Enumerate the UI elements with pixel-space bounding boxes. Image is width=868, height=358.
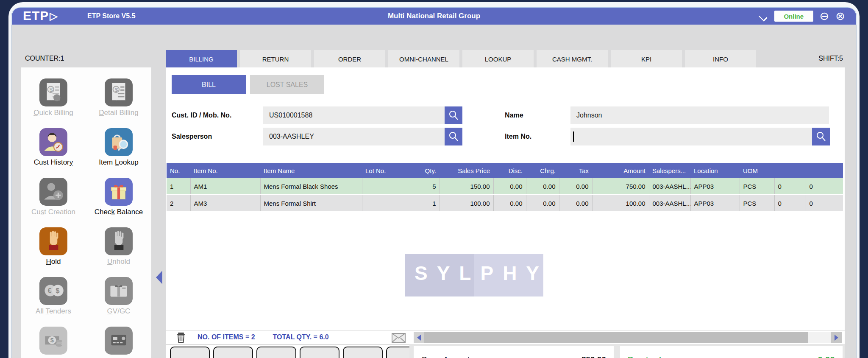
search-icon bbox=[448, 110, 459, 121]
scroll-right-arrow[interactable] bbox=[831, 332, 842, 343]
sidebar-action-panel: $ Quick Billing $ Detail Billing Cust Hi… bbox=[21, 67, 151, 358]
item-no-search-button[interactable] bbox=[812, 128, 830, 145]
table-row[interactable]: 2 AM3 Mens Formal Shirt 1 100.00 0.00 0.… bbox=[167, 195, 843, 212]
tab-billing[interactable]: BILLING bbox=[166, 50, 237, 68]
salesperson-search-button[interactable] bbox=[445, 128, 462, 145]
cust-id-search-button[interactable] bbox=[445, 106, 462, 124]
tab-cash-mgmt[interactable]: CASH MGMT. bbox=[537, 50, 608, 68]
total-qty-text: TOTAL QTY. = 6.0 bbox=[273, 333, 329, 341]
sidebar-item-item-lookup[interactable]: Item Lookup bbox=[86, 128, 151, 178]
billing-panel: BILL LOST SALES Cust. ID / Mob. No. US01… bbox=[166, 67, 845, 358]
salesperson-label: Salesperson bbox=[172, 128, 212, 145]
quick-billing-icon: $ bbox=[39, 78, 67, 106]
sidebar-item-label: Item Lookup bbox=[99, 158, 139, 167]
sidebar-item-gv-gc: GV/GC bbox=[86, 277, 151, 327]
col-qty: Qty. bbox=[413, 163, 440, 178]
col-extra-1 bbox=[774, 163, 806, 178]
sidebar-item-label: Cust Creation bbox=[31, 208, 75, 216]
item-no-input[interactable] bbox=[570, 128, 812, 145]
tab-lookup[interactable]: LOOKUP bbox=[462, 50, 534, 68]
col-lot-no: Lot No. bbox=[362, 163, 413, 178]
quick-item-button[interactable]: Broccoli bbox=[256, 347, 296, 358]
scrollbar-thumb[interactable] bbox=[424, 332, 808, 343]
tab-omni-channel[interactable]: OMNI-CHANNEL bbox=[388, 50, 459, 68]
name-label: Name bbox=[505, 106, 523, 124]
scroll-left-arrow[interactable] bbox=[414, 332, 424, 343]
svg-text:€: € bbox=[48, 287, 52, 294]
summary-bar: NO. OF ITEMS = 2TOTAL QTY. = 6.0 bbox=[166, 330, 845, 345]
sidebar-item-label: Quick Billing bbox=[33, 109, 73, 117]
delete-item-icon[interactable] bbox=[176, 333, 186, 344]
sylphy-watermark: SYLPHY bbox=[405, 254, 543, 296]
sidebar-item-all-tenders: €$ All Tenders bbox=[21, 277, 86, 327]
svg-text:$: $ bbox=[50, 337, 54, 344]
chevron-down-icon[interactable] bbox=[759, 14, 768, 19]
col-location: Location bbox=[690, 163, 740, 178]
table-row[interactable]: 1 AM1 Mens Formal Black Shoes 5 150.00 0… bbox=[167, 178, 843, 195]
sidebar-item-label: Hold bbox=[46, 257, 61, 266]
text-cursor bbox=[573, 131, 574, 142]
lost-sales-mode-button[interactable]: LOST SALES bbox=[250, 75, 324, 94]
sidebar-item-label: GV/GC bbox=[107, 307, 131, 316]
sidebar-item-detail-billing: $ Detail Billing bbox=[86, 78, 151, 128]
col-item-no: Item No. bbox=[190, 163, 260, 178]
summary-text: NO. OF ITEMS = 2TOTAL QTY. = 6.0 bbox=[198, 333, 347, 341]
gross-amount-value: 850.00 bbox=[581, 346, 606, 358]
minimize-button[interactable]: ⊖ bbox=[820, 11, 829, 22]
table-header-row: No. Item No. Item Name Lot No. Qty. Sale… bbox=[167, 163, 843, 178]
bill-mode-button[interactable]: BILL bbox=[172, 75, 246, 94]
hold-icon bbox=[39, 227, 67, 255]
gift-voucher-icon bbox=[105, 277, 133, 305]
quick-item-button[interactable]: Pink_4.6 bbox=[300, 347, 339, 358]
app-body: COUNTER:1 SHIFT:5 BILLING RETURN ORDER O… bbox=[11, 25, 857, 358]
received-panel: Received 0.00 bbox=[620, 346, 843, 358]
received-value: 0.00 bbox=[818, 346, 835, 358]
name-input[interactable]: Johnson bbox=[570, 106, 829, 124]
quick-item-button[interactable]: Mens For bbox=[170, 347, 210, 358]
col-no: No. bbox=[167, 163, 190, 178]
watermark-text: SYLPHY bbox=[405, 262, 543, 285]
pos-screen: { "colors": { "frame_navy": "#1d2a4c", "… bbox=[0, 0, 868, 358]
sidebar-item-cust-history[interactable]: Cust History bbox=[21, 128, 86, 178]
sidebar-item-label: Check Balance bbox=[95, 208, 143, 216]
quick-item-buttons: Mens For Broccoli Broccoli Pink_4.6 Pink… bbox=[170, 347, 426, 358]
window-controls: Online ⊖ ⊗ bbox=[759, 8, 845, 25]
svg-text:$: $ bbox=[115, 87, 118, 93]
sidebar-collapse-arrow[interactable] bbox=[156, 271, 162, 284]
horizontal-scrollbar[interactable] bbox=[414, 332, 842, 343]
search-icon bbox=[815, 131, 826, 142]
totals-zone: Gross Amount 850.00 Received 0.00 bbox=[409, 344, 845, 358]
tab-info[interactable]: INFO bbox=[685, 50, 756, 68]
tab-kpi[interactable]: KPI bbox=[611, 50, 682, 68]
col-salesperson: Salespers... bbox=[649, 163, 690, 178]
item-no-label: Item No. bbox=[505, 128, 531, 145]
quick-item-button[interactable]: Pink_12o bbox=[343, 347, 383, 358]
tab-order[interactable]: ORDER bbox=[314, 50, 385, 68]
sidebar-item-hold[interactable]: Hold bbox=[21, 227, 86, 277]
quick-item-button[interactable]: Broccoli bbox=[213, 347, 253, 358]
sidebar-item-label: Cust History bbox=[34, 158, 73, 167]
all-tenders-icon: €$ bbox=[39, 277, 67, 305]
title-bar: ETP ▷ ETP Store V5.5 Multi National Reta… bbox=[12, 8, 856, 25]
col-extra-2 bbox=[806, 163, 843, 178]
sidebar-item-label: Detail Billing bbox=[99, 109, 139, 117]
sidebar-item-unhold: Unhold bbox=[86, 227, 151, 277]
cust-id-input[interactable]: US010001588 bbox=[263, 106, 445, 124]
sidebar-item-credit-card: Credit Card bbox=[86, 327, 151, 358]
col-amount: Amount bbox=[592, 163, 649, 178]
gross-amount-panel: Gross Amount 850.00 bbox=[414, 346, 614, 358]
online-status-button[interactable]: Online bbox=[774, 11, 813, 22]
email-icon[interactable] bbox=[392, 333, 406, 344]
tab-return[interactable]: RETURN bbox=[240, 50, 311, 68]
cust-history-icon bbox=[39, 128, 67, 156]
received-label: Received bbox=[628, 346, 661, 358]
svg-text:$: $ bbox=[50, 87, 53, 93]
col-chrg: Chrg. bbox=[526, 163, 559, 178]
close-button[interactable]: ⊗ bbox=[835, 11, 845, 22]
cash-icon: $ bbox=[39, 327, 67, 355]
salesperson-input[interactable]: 003-AASHLEY bbox=[263, 128, 445, 145]
col-disc: Disc. bbox=[493, 163, 526, 178]
sidebar-item-check-balance[interactable]: Check Balance bbox=[86, 178, 151, 227]
check-balance-icon bbox=[105, 178, 133, 206]
detail-billing-icon: $ bbox=[105, 78, 133, 106]
